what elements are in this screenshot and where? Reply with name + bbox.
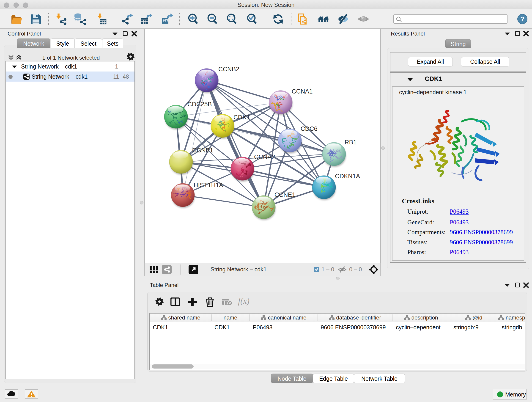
svg-text:CCNB2: CCNB2 <box>218 66 239 73</box>
svg-text:CCNE1: CCNE1 <box>274 191 296 198</box>
svg-text:RB1: RB1 <box>345 139 357 146</box>
svg-text:CCNA1: CCNA1 <box>292 88 313 95</box>
svg-text:CDC6: CDC6 <box>301 125 317 132</box>
svg-text:CCNA2: CCNA2 <box>254 153 275 160</box>
svg-text:CDC25B: CDC25B <box>187 101 212 108</box>
svg-text:CDKN1A: CDKN1A <box>335 173 360 180</box>
svg-text:HIST1H1A: HIST1H1A <box>194 182 223 189</box>
svg-text:CDK1: CDK1 <box>234 114 250 121</box>
svg-text:CCNB1: CCNB1 <box>192 147 213 154</box>
svg-text:?: ? <box>520 15 525 23</box>
